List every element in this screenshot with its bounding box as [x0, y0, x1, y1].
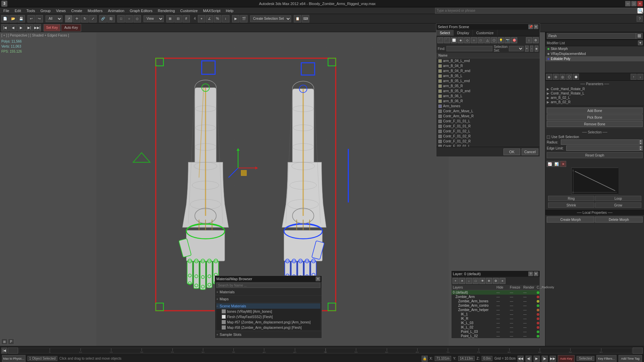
save-button[interactable]: 💾 [17, 15, 25, 22]
layer-sel-objs[interactable]: □ [473, 278, 479, 284]
list-item-15[interactable]: Contr_F_01_02_R [436, 134, 540, 139]
mat-item-1[interactable]: Flesh (VRayFastSSS2) [Flesh] [216, 314, 320, 319]
menu-customize[interactable]: Customize [177, 8, 200, 13]
zoom-extents-btn[interactable]: ⊞ [1, 339, 7, 345]
mirror-button[interactable]: ⊠ [166, 15, 174, 22]
layer-options[interactable]: ⚙ [493, 278, 499, 284]
sfs-btn-12[interactable]: 🎯 [511, 37, 517, 43]
menu-modifiers[interactable]: Modifiers [85, 8, 105, 13]
grid-button[interactable]: # [182, 15, 190, 22]
sfs-btn-8[interactable]: △ [484, 37, 490, 43]
radius-spinner[interactable]: 100.0 ▲ ▼ [561, 139, 643, 145]
sfs-btn-6[interactable]: ○ [471, 37, 477, 43]
prev-key-status[interactable]: ◀| [526, 356, 532, 362]
tab-select[interactable]: Select [436, 30, 454, 36]
layer-row-6[interactable]: IK_R — — — [451, 316, 540, 321]
mat-item-0[interactable]: bones (VRayMtl) [Arm_bones] [216, 309, 320, 314]
next-frame-status[interactable]: ▶▶ [550, 356, 556, 362]
redo-button[interactable]: ↪ [36, 15, 43, 22]
list-item-6[interactable]: arm_B_05_R_end [436, 88, 540, 94]
layer-del[interactable]: ✕ [459, 278, 465, 284]
open-button[interactable]: 📂 [9, 15, 17, 22]
object-type-dropdown[interactable]: All [46, 15, 62, 22]
list-item-0[interactable]: arm_B_04_L_end [436, 58, 540, 63]
quick-render[interactable]: 🎬 [240, 15, 248, 22]
materials-section-header[interactable]: + Materials [216, 289, 320, 295]
snap-toggle[interactable]: ⌖ [198, 15, 205, 22]
list-item-11[interactable]: Contr_Arm_Move_R [436, 114, 540, 119]
sfs-options-btn[interactable]: ⚙ [533, 37, 539, 43]
undo-button[interactable]: ↩ [28, 15, 35, 22]
ok-button[interactable]: OK [503, 148, 520, 155]
scale-button[interactable]: ⤢ [89, 15, 97, 22]
menu-edit[interactable]: Edit [12, 8, 24, 13]
sfs-remove-btn[interactable]: - [530, 46, 534, 52]
menu-rendering[interactable]: Rendering [155, 8, 178, 13]
sfs-hl-btn[interactable]: ◈ [535, 46, 538, 52]
menu-tools[interactable]: Tools [24, 8, 38, 13]
graph-btn-2[interactable]: 📊 [553, 161, 559, 167]
play-btn[interactable]: ▶ [17, 24, 25, 32]
select-scene-pin[interactable]: 📌 [528, 24, 533, 29]
selection-set-dropdown[interactable] [509, 46, 524, 51]
modifier-vray-disp[interactable]: VRayDisplacementMod [545, 51, 644, 56]
sfs-btn-3[interactable]: ⬜ [451, 37, 457, 43]
max-to-physique-btn[interactable]: Max to Physic... [2, 355, 25, 362]
pick-bone-button[interactable]: Pick Bone [547, 114, 643, 120]
time-tag-btn[interactable]: Add Time Tag [619, 355, 642, 362]
sfs-btn-9[interactable]: ⬡ [491, 37, 497, 43]
menu-create[interactable]: Create [68, 8, 85, 13]
lock-button[interactable]: 🔒 [422, 356, 428, 362]
timeline-jump-start[interactable]: |◀ [1, 348, 7, 354]
modifier-scroll-up[interactable]: ↑ [631, 74, 637, 80]
named-sets-btn[interactable]: 📋 [294, 15, 301, 22]
unlink-button[interactable]: ⛓ [107, 15, 115, 22]
viewport-select-btn[interactable]: □ [117, 15, 125, 22]
play-status[interactable]: ▶ [534, 356, 540, 362]
menu-views[interactable]: Views [53, 8, 68, 13]
link-button[interactable]: 🔗 [99, 15, 107, 22]
layer-row-5[interactable]: IK_1 — — — [451, 312, 540, 316]
sfs-btn-11[interactable]: 📷 [504, 37, 511, 43]
layer-row-10[interactable]: Point_L_02 — — — [451, 334, 540, 338]
edge-limit-spinner[interactable]: 0 ▲ ▼ [566, 145, 643, 151]
modifier-list-expand[interactable]: ▼ [638, 41, 643, 45]
help-btn[interactable]: ? [637, 16, 643, 22]
modifier-editable-poly[interactable]: Editable Poly [545, 56, 644, 61]
maps-section-header[interactable]: + Maps [216, 296, 320, 302]
layer-new[interactable]: + [452, 278, 459, 284]
sfs-btn-4[interactable]: ◈ [458, 37, 464, 43]
sfs-btn-5[interactable]: ◇ [464, 37, 470, 43]
mat-item-3[interactable]: Map #58 (Zombie_Arm_displacement.png) [F… [216, 325, 320, 330]
modifier-icon-2[interactable]: ⊙ [553, 74, 559, 80]
tab-display[interactable]: Display [454, 30, 473, 36]
layer-row-2[interactable]: Zombie_Arm_bones — — — [451, 299, 540, 303]
menu-maxscript[interactable]: MAXScript [200, 8, 223, 13]
falloff-graph[interactable]: 0 1 [571, 168, 618, 194]
remove-bone-button[interactable]: Remove Bone [547, 121, 643, 127]
param-item-2[interactable]: ▶ Contr_Hand_Rotate_L [547, 92, 643, 95]
auto-key-status[interactable]: Auto Key [558, 355, 575, 362]
graph-btn-x[interactable]: ✕ [560, 161, 566, 167]
menu-help[interactable]: Help [223, 8, 236, 13]
sfs-btn-10[interactable]: 💡 [498, 37, 504, 43]
param-item-1[interactable]: ▶ Contr_Hand_Rotate_R [547, 87, 643, 91]
material-search-input[interactable] [216, 283, 320, 288]
menu-file[interactable]: File [1, 8, 12, 13]
modifier-search-input[interactable] [547, 33, 636, 39]
prev-frame-status[interactable]: ◀◀ [518, 356, 524, 362]
minimize-button[interactable]: ─ [625, 1, 631, 6]
create-selection-dropdown[interactable]: Create Selection Set [250, 15, 291, 22]
close-button[interactable]: ✕ [637, 1, 643, 6]
layer-pin[interactable]: ? [528, 272, 533, 276]
move-keys-btn[interactable]: |◀ [1, 24, 9, 32]
menu-animation[interactable]: Animation [105, 8, 127, 13]
list-item-9[interactable]: Arm_bones [436, 104, 540, 109]
layer-row-7[interactable]: IK_L_03 — — — [451, 321, 540, 325]
modifier-icon-4[interactable]: ⬡ [566, 74, 572, 80]
layer-settings[interactable]: ≡ [499, 278, 505, 284]
percent-snap[interactable]: % [214, 15, 221, 22]
rotate-button[interactable]: ↻ [81, 15, 89, 22]
prev-frame-btn[interactable]: ◀ [9, 24, 17, 32]
modifier-scroll-down[interactable]: ↓ [637, 74, 643, 80]
